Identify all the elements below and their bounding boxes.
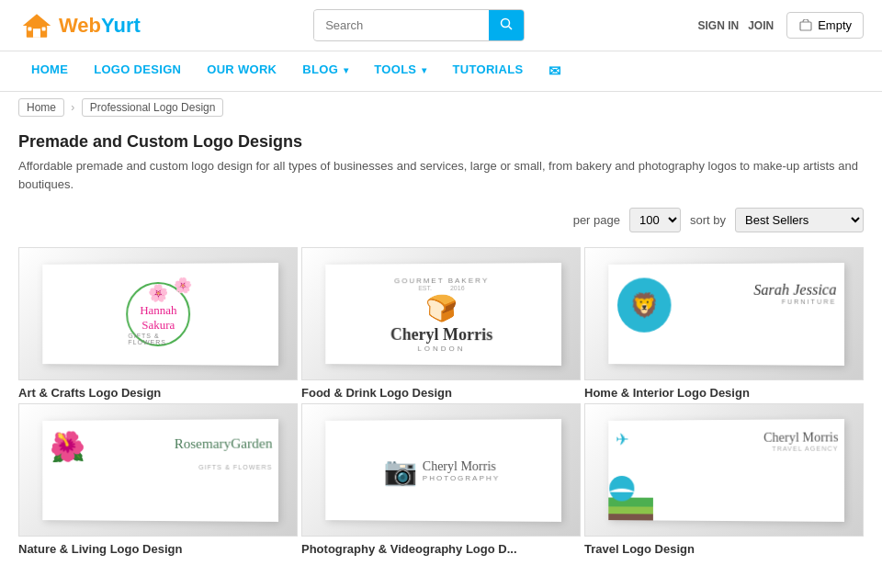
svg-rect-10 bbox=[608, 514, 653, 520]
bakery-label: GOURMET BAKERY bbox=[394, 276, 489, 285]
svg-rect-3 bbox=[28, 27, 31, 30]
nature-sub: GIFTS & FLOWERS bbox=[198, 463, 272, 469]
nav-home[interactable]: HOME bbox=[18, 51, 81, 87]
nav-mail[interactable]: ✉ bbox=[536, 51, 573, 91]
svg-line-6 bbox=[509, 27, 513, 30]
travel-scene-svg bbox=[608, 470, 653, 520]
cart-label: Empty bbox=[818, 18, 852, 32]
logo-card-photography[interactable]: 📷 Cheryl Morris PHOTOGRAPHY Photography … bbox=[301, 403, 581, 556]
circle-logo: 🌸 HannahSakura GIFTS & FLOWERS bbox=[126, 281, 190, 345]
home-sub: FURNITURE bbox=[753, 298, 836, 304]
art-crafts-label: Art & Crafts Logo Design bbox=[18, 386, 298, 400]
nav-tools[interactable]: TOOLS ▾ bbox=[361, 51, 439, 87]
svg-point-5 bbox=[502, 19, 510, 28]
photography-label: Photography & Videography Logo D... bbox=[301, 542, 581, 556]
art-crafts-sub: GIFTS & FLOWERS bbox=[128, 332, 188, 345]
nav: HOME LOGO DESIGN OUR WORK BLOG ▾ TOOLS ▾… bbox=[0, 51, 882, 92]
nav-tutorials[interactable]: TUTORIALS bbox=[440, 51, 537, 87]
logo-card-food-drink[interactable]: GOURMET BAKERY EST.2016 🍞 Cheryl Morris … bbox=[301, 247, 581, 400]
content: Premade and Custom Logo Designs Affordab… bbox=[0, 123, 882, 574]
card-inner-photography: 📷 Cheryl Morris PHOTOGRAPHY bbox=[325, 419, 560, 522]
breadcrumb-current: Professional Logo Design bbox=[82, 98, 224, 117]
logo-text: WebYurt bbox=[59, 14, 141, 38]
per-page-select[interactable]: 100 20 50 bbox=[629, 208, 681, 232]
photo-name-block: Cheryl Morris PHOTOGRAPHY bbox=[423, 458, 500, 481]
food-drink-name: Cheryl Morris bbox=[390, 324, 492, 344]
logo[interactable]: WebYurt bbox=[18, 11, 141, 40]
camera-icon: 📷 bbox=[383, 454, 417, 486]
logo-grid: 🌸 HannahSakura GIFTS & FLOWERS Art & Cra… bbox=[18, 247, 864, 556]
cart-button[interactable]: Empty bbox=[786, 12, 864, 39]
card-inner-food-drink: GOURMET BAKERY EST.2016 🍞 Cheryl Morris … bbox=[325, 263, 560, 366]
header-right: SIGN IN JOIN Empty bbox=[697, 12, 864, 39]
card-inner-nature-living: 🌺 RosemaryGarden GIFTS & FLOWERS bbox=[42, 419, 277, 522]
art-crafts-name: HannahSakura bbox=[140, 303, 176, 332]
svg-rect-7 bbox=[800, 22, 811, 30]
travel-name-block: Cheryl Morris TRAVEL AGENCY bbox=[763, 430, 838, 452]
card-img-art-crafts: 🌸 HannahSakura GIFTS & FLOWERS bbox=[18, 247, 298, 380]
animal-icon: 🦁 bbox=[629, 290, 658, 319]
sign-in-link[interactable]: SIGN IN bbox=[697, 19, 739, 32]
svg-rect-9 bbox=[608, 506, 653, 514]
svg-marker-0 bbox=[23, 14, 51, 26]
search-input[interactable] bbox=[314, 11, 489, 40]
cart-icon bbox=[798, 19, 813, 32]
travel-name: Cheryl Morris bbox=[763, 430, 838, 446]
logo-house-icon bbox=[18, 11, 55, 40]
card-img-photography: 📷 Cheryl Morris PHOTOGRAPHY bbox=[301, 403, 581, 537]
search-bar bbox=[313, 9, 525, 41]
photo-sub: PHOTOGRAPHY bbox=[423, 473, 500, 481]
card-img-food-drink: GOURMET BAKERY EST.2016 🍞 Cheryl Morris … bbox=[301, 247, 581, 380]
nature-name: RosemaryGarden bbox=[174, 435, 272, 452]
card-inner-art-crafts: 🌸 HannahSakura GIFTS & FLOWERS bbox=[42, 263, 277, 366]
per-page-label: per page bbox=[573, 213, 620, 227]
search-button[interactable] bbox=[489, 10, 524, 40]
svg-rect-2 bbox=[33, 28, 40, 38]
header: WebYurt SIGN IN JOIN Empty bbox=[0, 0, 882, 51]
breadcrumb-separator: › bbox=[71, 101, 74, 114]
card-img-nature-living: 🌺 RosemaryGarden GIFTS & FLOWERS bbox=[18, 403, 298, 537]
svg-rect-4 bbox=[42, 27, 46, 30]
travel-sub: TRAVEL AGENCY bbox=[763, 445, 838, 451]
svg-point-11 bbox=[609, 475, 634, 501]
logo-card-home-interior[interactable]: 🦁 Sarah Jessica FURNITURE Home & Interio… bbox=[584, 247, 864, 400]
home-interior-label: Home & Interior Logo Design bbox=[584, 386, 864, 400]
home-name: Sarah Jessica bbox=[753, 281, 836, 298]
breadcrumb-home[interactable]: Home bbox=[18, 98, 64, 117]
food-drink-label: Food & Drink Logo Design bbox=[301, 386, 581, 400]
list-controls: per page 100 20 50 sort by Best Sellers … bbox=[18, 208, 864, 232]
logo-card-travel[interactable]: ✈ Cheryl Morris TRAVEL AGENCY Travel Log… bbox=[584, 403, 864, 556]
nav-logo-design[interactable]: LOGO DESIGN bbox=[81, 51, 194, 87]
sort-label: sort by bbox=[690, 213, 726, 227]
food-drink-sub: LONDON bbox=[417, 344, 465, 352]
travel-label: Travel Logo Design bbox=[584, 542, 864, 556]
page-description: Affordable premade and custom logo desig… bbox=[18, 157, 864, 193]
search-icon bbox=[500, 17, 513, 30]
plane-icon: ✈ bbox=[616, 429, 629, 449]
card-img-travel: ✈ Cheryl Morris TRAVEL AGENCY bbox=[584, 403, 864, 537]
flower-vase-icon: 🌺 bbox=[50, 429, 85, 464]
home-circle: 🦁 bbox=[617, 277, 672, 333]
sort-select[interactable]: Best Sellers Newest Price: Low to High P… bbox=[735, 208, 864, 232]
est-label: EST.2016 bbox=[418, 284, 464, 290]
join-link[interactable]: JOIN bbox=[748, 19, 774, 32]
nav-our-work[interactable]: OUR WORK bbox=[194, 51, 289, 87]
page-title: Premade and Custom Logo Designs bbox=[18, 132, 864, 152]
bread-icon: 🍞 bbox=[425, 292, 458, 322]
logo-card-art-crafts[interactable]: 🌸 HannahSakura GIFTS & FLOWERS Art & Cra… bbox=[18, 247, 298, 400]
nav-blog[interactable]: BLOG ▾ bbox=[289, 51, 361, 87]
card-inner-home-interior: 🦁 Sarah Jessica FURNITURE bbox=[608, 263, 843, 366]
nature-living-label: Nature & Living Logo Design bbox=[18, 542, 298, 556]
home-name-block: Sarah Jessica FURNITURE bbox=[753, 281, 836, 305]
mail-icon: ✉ bbox=[548, 63, 560, 79]
logo-card-nature-living[interactable]: 🌺 RosemaryGarden GIFTS & FLOWERS Nature … bbox=[18, 403, 298, 556]
header-auth: SIGN IN JOIN bbox=[697, 19, 774, 32]
card-inner-travel: ✈ Cheryl Morris TRAVEL AGENCY bbox=[608, 419, 843, 522]
photo-name: Cheryl Morris bbox=[423, 458, 500, 473]
card-img-home-interior: 🦁 Sarah Jessica FURNITURE bbox=[584, 247, 864, 380]
breadcrumb: Home › Professional Logo Design bbox=[0, 92, 882, 123]
